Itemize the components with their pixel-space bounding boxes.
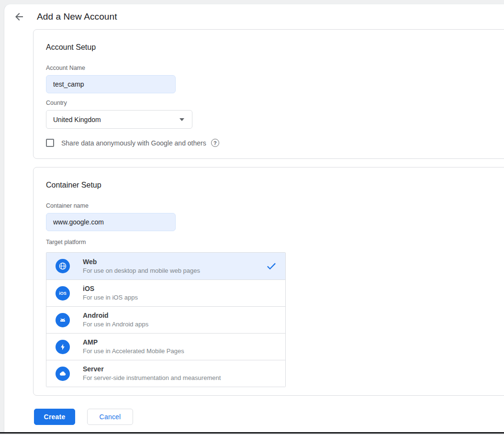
account-setup-heading: Account Setup: [46, 43, 496, 52]
platform-text: Server For server-side instrumentation a…: [83, 365, 221, 382]
ios-badge-text: iOS: [59, 291, 67, 296]
target-platform-list: Web For use on desktop and mobile web pa…: [46, 252, 286, 387]
chevron-down-icon: [179, 118, 184, 121]
platform-row-ios[interactable]: iOS iOS For use in iOS apps: [46, 279, 285, 306]
container-setup-card: Container Setup Container name Target pl…: [33, 167, 504, 396]
help-icon[interactable]: ?: [211, 139, 219, 147]
platform-row-android[interactable]: Android For use in Android apps: [46, 306, 285, 333]
platform-row-web[interactable]: Web For use on desktop and mobile web pa…: [46, 253, 285, 279]
ios-icon: iOS: [56, 286, 70, 301]
main-content-panel: Add a New Account Account Setup Account …: [4, 4, 504, 432]
platform-description: For use on desktop and mobile web pages: [83, 267, 200, 275]
back-button[interactable]: [13, 11, 25, 23]
container-setup-heading: Container Setup: [46, 180, 496, 190]
globe-icon: [56, 259, 70, 273]
share-data-checkbox[interactable]: [46, 139, 54, 147]
target-platform-label: Target platform: [46, 239, 496, 246]
footer-actions: Create Cancel: [34, 409, 133, 425]
country-label: Country: [46, 100, 496, 107]
page-title: Add a New Account: [37, 11, 117, 22]
check-icon: [265, 260, 278, 272]
share-data-label: Share data anonymously with Google and o…: [61, 139, 206, 147]
platform-name: Web: [83, 258, 200, 266]
platform-row-amp[interactable]: AMP For use in Accelerated Mobile Pages: [46, 333, 285, 360]
create-button[interactable]: Create: [34, 409, 75, 425]
cancel-button[interactable]: Cancel: [87, 409, 133, 425]
arrow-left-icon: [13, 11, 25, 22]
platform-description: For use in Accelerated Mobile Pages: [83, 347, 184, 355]
platform-text: Android For use in Android apps: [83, 312, 148, 328]
country-select[interactable]: United Kingdom: [46, 110, 192, 129]
container-name-label: Container name: [46, 202, 496, 210]
platform-text: AMP For use in Accelerated Mobile Pages: [83, 338, 184, 355]
account-name-label: Account Name: [46, 65, 496, 72]
page-header: Add a New Account: [4, 4, 504, 29]
android-icon: [56, 313, 70, 327]
platform-description: For use in Android apps: [83, 321, 148, 328]
cloud-icon: [56, 367, 70, 381]
platform-name: AMP: [83, 338, 184, 346]
platform-name: iOS: [83, 285, 138, 293]
share-data-row: Share data anonymously with Google and o…: [46, 139, 496, 147]
platform-name: Server: [83, 365, 221, 373]
account-setup-card: Account Setup Account Name Country Unite…: [33, 29, 504, 159]
lightning-bolt-icon: [56, 340, 70, 354]
container-name-input[interactable]: [46, 213, 176, 231]
platform-text: Web For use on desktop and mobile web pa…: [83, 258, 200, 275]
country-selected-value: United Kingdom: [53, 116, 101, 123]
platform-description: For use in iOS apps: [83, 294, 138, 301]
platform-name: Android: [83, 312, 148, 320]
platform-text: iOS For use in iOS apps: [83, 285, 138, 301]
platform-description: For server-side instrumentation and meas…: [83, 374, 221, 382]
account-name-input[interactable]: [46, 75, 176, 93]
window-bottom-edge: [0, 432, 504, 434]
platform-row-server[interactable]: Server For server-side instrumentation a…: [46, 360, 285, 387]
